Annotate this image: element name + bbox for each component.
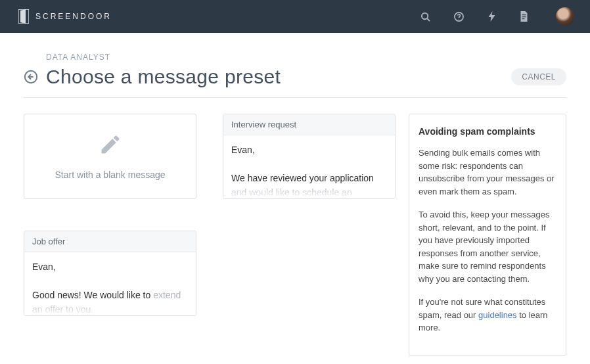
page-header: DATA ANALYST Choose a message preset CAN… xyxy=(24,33,566,98)
svg-point-5 xyxy=(459,18,459,19)
svg-rect-8 xyxy=(522,16,526,17)
help-icon[interactable] xyxy=(454,12,464,22)
logo[interactable]: SCREENDOOR xyxy=(18,9,112,24)
preset-line: We have reviewed your application xyxy=(231,173,374,183)
avatar[interactable] xyxy=(556,7,574,26)
svg-point-2 xyxy=(422,12,428,18)
preset-preview: Evan, Good news! We would like to extend… xyxy=(24,252,196,316)
preset-job-offer[interactable]: Job offer Evan, Good news! We would like… xyxy=(24,231,196,316)
tips-heading: Avoiding spam complaints xyxy=(419,125,556,139)
back-button[interactable] xyxy=(24,70,38,87)
preset-greeting: Evan, xyxy=(32,260,188,275)
tips-paragraph: To avoid this, keep your messages short,… xyxy=(419,208,556,285)
page-title: Choose a message preset xyxy=(46,66,503,88)
pencil-icon xyxy=(99,133,122,159)
svg-marker-6 xyxy=(489,11,495,22)
preset-title: Interview request xyxy=(223,114,395,135)
svg-marker-1 xyxy=(20,9,26,24)
preset-line: Good news! We would like to xyxy=(32,290,150,300)
header-actions xyxy=(420,7,574,26)
app-header: SCREENDOOR xyxy=(0,0,590,33)
preset-line-fade: and would like to schedule an xyxy=(231,187,352,198)
preset-preview: Evan, We have reviewed your application … xyxy=(223,135,395,199)
document-icon[interactable] xyxy=(520,11,528,22)
search-icon[interactable] xyxy=(420,12,430,22)
tips-paragraph: If you're not sure what constitutes spam… xyxy=(419,296,556,334)
preset-title: Job offer xyxy=(24,231,196,252)
tips-panel: Avoiding spam complaints Sending bulk em… xyxy=(409,114,566,356)
preset-greeting: Evan, xyxy=(231,143,387,158)
tips-paragraph: Sending bulk emails comes with some risk… xyxy=(419,147,556,198)
guidelines-link[interactable]: guidelines xyxy=(478,310,517,320)
door-icon xyxy=(18,9,29,24)
blank-message-card[interactable]: Start with a blank message xyxy=(24,114,196,199)
preset-interview-request[interactable]: Interview request Evan, We have reviewed… xyxy=(223,114,396,199)
presets-grid: Start with a blank message Interview req… xyxy=(24,114,396,316)
lightning-icon[interactable] xyxy=(488,11,496,22)
svg-rect-9 xyxy=(522,18,525,19)
brand-name: SCREENDOOR xyxy=(35,12,112,21)
breadcrumb: DATA ANALYST xyxy=(46,53,503,62)
svg-rect-7 xyxy=(522,14,526,15)
cancel-button[interactable]: CANCEL xyxy=(511,68,566,85)
svg-line-3 xyxy=(427,18,430,21)
blank-label: Start with a blank message xyxy=(55,170,165,180)
